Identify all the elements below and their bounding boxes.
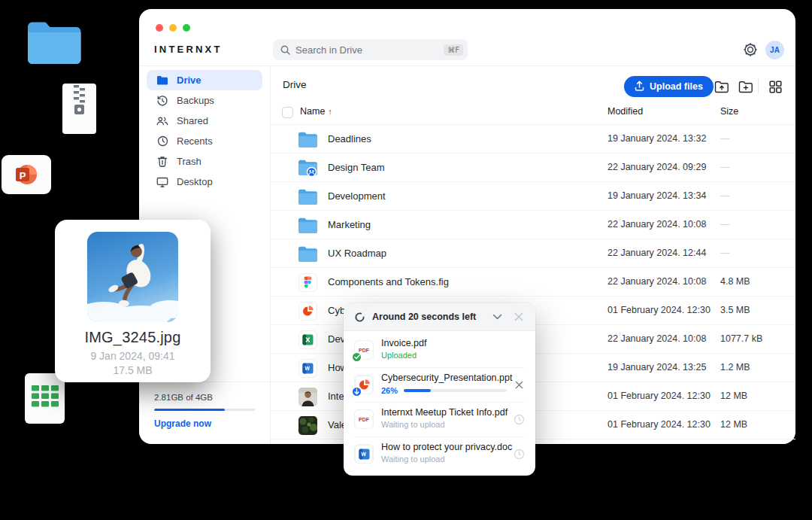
ppt-icon xyxy=(354,375,374,394)
cancel-upload-icon[interactable] xyxy=(511,377,526,392)
sidebar-nav: DriveBackupsSharedRecentsTrashDesktop xyxy=(139,66,270,192)
file-size: 1077.7 kB xyxy=(720,333,762,344)
upgrade-now-link[interactable]: Upgrade now xyxy=(154,418,255,429)
file-modified: 22 January 2024. 10:08 xyxy=(607,219,706,230)
jumping-person-photo xyxy=(87,232,178,322)
file-name: Cyb xyxy=(328,305,345,316)
file-name: Development xyxy=(328,190,386,202)
grid-view-icon[interactable] xyxy=(767,78,783,95)
upload-icon xyxy=(635,81,644,93)
chevron-down-icon[interactable] xyxy=(489,309,504,324)
folder-icon xyxy=(156,75,168,87)
clock-icon xyxy=(156,135,168,147)
upload-folder-icon[interactable] xyxy=(714,78,730,95)
upload-item: Cybersecurity_Presentation.ppt26% xyxy=(344,367,535,402)
upload-percent: 26% xyxy=(381,386,398,395)
upload-file-name: Internxt Meetup Ticket Info.pdf xyxy=(381,407,508,418)
file-name: Dev xyxy=(328,333,345,345)
sidebar-item-drive[interactable]: Drive xyxy=(147,70,262,90)
table-header: Name↑ Modified Size xyxy=(271,102,795,125)
file-modified: 01 February 2024. 12:30 xyxy=(607,305,710,315)
file-modified: 01 February 2024. 12:30 xyxy=(607,419,710,430)
waiting-clock-icon xyxy=(511,412,526,427)
file-modified: 01 February 2024. 12:30 xyxy=(607,391,710,401)
table-row[interactable]: Deadlines19 January 2024. 13:32— xyxy=(271,125,795,154)
table-row[interactable]: UX Roadmap22 January 2024. 12:44— xyxy=(271,239,795,268)
file-name: Deadlines xyxy=(328,133,371,144)
search-icon xyxy=(280,45,290,55)
word-icon xyxy=(354,444,374,464)
toolbar-divider xyxy=(758,78,759,93)
table-row[interactable]: Components and Tokens.fig22 January 2024… xyxy=(271,268,795,296)
upload-status: Waiting to upload xyxy=(381,420,445,429)
file-size: 12 MB xyxy=(720,391,747,401)
desktop-icon xyxy=(156,176,168,188)
svg-text:PDF: PDF xyxy=(359,417,370,422)
upload-item: PDFInvoice.pdfUploaded xyxy=(344,333,535,367)
file-name: Marketing xyxy=(328,219,371,230)
storage-progress-bar xyxy=(154,409,255,411)
file-size: — xyxy=(720,162,730,172)
figma-icon xyxy=(298,272,318,292)
create-folder-icon[interactable] xyxy=(738,78,754,95)
powerpoint-file-icon[interactable]: P xyxy=(2,155,51,194)
progress-fill xyxy=(404,389,431,392)
photo-portrait-icon xyxy=(298,387,318,406)
excel-icon xyxy=(298,330,318,349)
users-icon xyxy=(156,115,168,127)
word-icon xyxy=(298,358,318,378)
file-name: Design Team xyxy=(328,162,385,173)
select-all-checkbox[interactable] xyxy=(282,107,293,118)
photo-plant-icon xyxy=(298,415,318,435)
file-modified: 19 January 2024. 13:32 xyxy=(607,133,706,144)
sidebar-item-desktop[interactable]: Desktop xyxy=(147,172,262,192)
sidebar-item-label: Desktop xyxy=(177,176,213,187)
upload-files-label: Upload files xyxy=(650,81,703,92)
table-row[interactable]: Design Team22 January 2024. 09:29— xyxy=(271,154,795,182)
desktop-folder-icon[interactable] xyxy=(26,20,81,68)
pdf-icon: PDF xyxy=(354,340,374,360)
window-topbar: INTERNXT Search in Drive ⌘F JA xyxy=(139,9,795,66)
file-size: 12 MB xyxy=(720,419,747,430)
upload-file-name: How to protect your privacy.doc xyxy=(381,442,512,452)
folder-shared-icon xyxy=(298,158,318,178)
settings-gear-icon[interactable] xyxy=(743,42,758,57)
zoom-window-button[interactable] xyxy=(183,24,190,32)
search-shortcut-badge: ⌘F xyxy=(444,44,463,56)
close-popup-icon[interactable] xyxy=(511,309,526,324)
file-size: — xyxy=(720,219,730,230)
file-size: 3.5 MB xyxy=(720,305,750,315)
sidebar-item-shared[interactable]: Shared xyxy=(147,111,262,131)
breadcrumb: Drive xyxy=(283,79,307,90)
history-icon xyxy=(156,95,168,107)
account-avatar[interactable]: JA xyxy=(765,41,784,59)
file-name: Inte xyxy=(328,391,344,402)
search-input[interactable]: Search in Drive ⌘F xyxy=(273,39,468,60)
file-modified: 22 January 2024. 10:08 xyxy=(607,276,706,287)
file-name: UX Roadmap xyxy=(328,248,386,259)
folder-big-icon xyxy=(298,187,318,206)
sidebar-item-backups[interactable]: Backups xyxy=(147,90,262,111)
upload-time-remaining: Around 20 seconds left xyxy=(372,312,483,322)
sort-ascending-icon[interactable]: ↑ xyxy=(328,107,332,116)
spreadsheet-file-icon[interactable] xyxy=(25,373,65,424)
file-modified: 22 January 2024. 10:08 xyxy=(607,333,706,344)
zip-file-icon[interactable] xyxy=(62,84,96,134)
upload-popup-header: Around 20 seconds left xyxy=(344,303,535,331)
table-row[interactable]: Development19 January 2024. 13:34— xyxy=(271,182,795,211)
upload-progress-popup: Around 20 seconds left PDFInvoice.pdfUpl… xyxy=(344,303,535,476)
sidebar-item-trash[interactable]: Trash xyxy=(147,151,262,172)
table-row[interactable]: Marketing22 January 2024. 10:08— xyxy=(271,211,795,239)
close-window-button[interactable] xyxy=(156,24,163,32)
file-size: — xyxy=(720,248,730,258)
upload-file-name: Cybersecurity_Presentation.ppt xyxy=(381,373,512,383)
column-name: Name↑ xyxy=(300,106,332,117)
sidebar-item-recents[interactable]: Recents xyxy=(147,131,262,151)
column-size: Size xyxy=(720,106,738,117)
file-modified: 22 January 2024. 12:44 xyxy=(607,248,706,258)
minimize-window-button[interactable] xyxy=(169,24,177,32)
uploaded-check-icon xyxy=(351,351,362,363)
upload-files-button[interactable]: Upload files xyxy=(624,76,714,97)
image-preview-card[interactable]: IMG_3245.jpg 9 Jan 2024, 09:41 17.5 MB xyxy=(55,220,211,382)
ppt-icon xyxy=(298,301,318,321)
